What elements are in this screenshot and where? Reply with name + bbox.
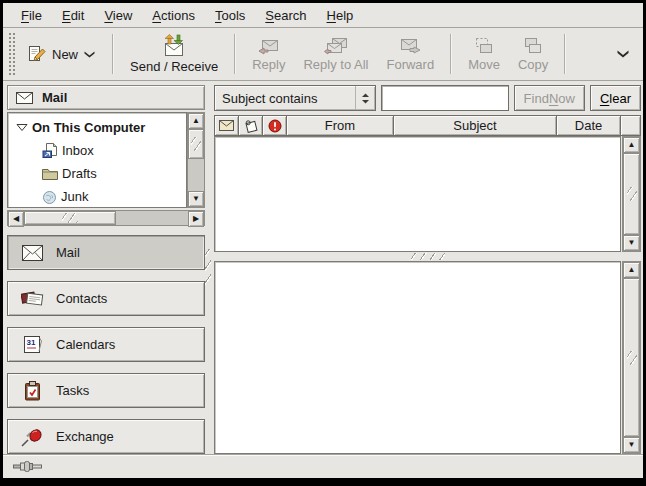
message-list[interactable] bbox=[214, 136, 621, 252]
find-now-button[interactable]: Find Now bbox=[514, 85, 585, 111]
send-receive-button[interactable]: Send / Receive bbox=[121, 30, 227, 78]
scroll-down-arrow-icon[interactable]: ▼ bbox=[623, 437, 640, 453]
statusbar bbox=[3, 454, 643, 478]
evolution-main-window: File Edit View Actions Tools Search Help… bbox=[0, 0, 646, 486]
reply-all-icon bbox=[324, 37, 348, 55]
move-icon bbox=[474, 37, 494, 55]
switcher-calendars-button[interactable]: 31 Calendars bbox=[7, 327, 205, 362]
move-button[interactable]: Move bbox=[459, 30, 509, 78]
toolbar-separator bbox=[234, 34, 236, 74]
search-criteria-dropdown[interactable]: Subject contains bbox=[214, 85, 376, 111]
menu-edit[interactable]: Edit bbox=[52, 5, 94, 26]
mail-view: Subject contains Find Now Clear bbox=[211, 81, 643, 454]
pane-splitter-vertical[interactable] bbox=[205, 81, 211, 454]
reply-button[interactable]: Reply bbox=[243, 30, 294, 78]
importance-icon bbox=[268, 119, 282, 133]
copy-button[interactable]: Copy bbox=[509, 30, 557, 78]
switcher-exchange-button[interactable]: Exchange bbox=[7, 419, 205, 454]
toolbar: New Send / Receive bbox=[3, 28, 643, 81]
folder-tree: On This Computer Inbox bbox=[7, 112, 187, 208]
tasks-icon bbox=[20, 381, 44, 401]
scroll-up-arrow-icon[interactable]: ▲ bbox=[623, 137, 640, 153]
toolbar-overflow-button[interactable] bbox=[609, 46, 637, 62]
splitter-grip[interactable] bbox=[205, 249, 211, 285]
forward-icon bbox=[399, 37, 421, 55]
expander-icon[interactable] bbox=[16, 123, 28, 132]
menu-help[interactable]: Help bbox=[317, 5, 364, 26]
switcher-contacts-button[interactable]: Contacts bbox=[7, 281, 205, 316]
column-from[interactable]: From bbox=[286, 115, 394, 136]
chevron-down-icon bbox=[617, 50, 629, 58]
folder-tree-wrap: On This Computer Inbox bbox=[7, 112, 205, 208]
toolbar-grip[interactable] bbox=[8, 32, 15, 76]
exchange-icon bbox=[20, 427, 44, 447]
splitter-grip[interactable] bbox=[411, 253, 445, 260]
scrollbar-thumb[interactable] bbox=[623, 278, 640, 437]
switcher-mail-button[interactable]: Mail bbox=[7, 235, 205, 270]
column-importance[interactable] bbox=[262, 115, 287, 136]
menu-file[interactable]: File bbox=[11, 5, 52, 26]
scroll-left-arrow-icon[interactable]: ◀ bbox=[8, 211, 24, 227]
menu-search[interactable]: Search bbox=[255, 5, 316, 26]
column-date[interactable]: Date bbox=[556, 115, 621, 136]
tree-row-inbox[interactable]: Inbox bbox=[8, 139, 186, 162]
clear-button[interactable]: Clear bbox=[590, 85, 641, 111]
scroll-up-arrow-icon[interactable]: ▲ bbox=[623, 262, 640, 278]
folder-tree-horizontal-scrollbar[interactable]: ◀ ▶ bbox=[7, 210, 205, 226]
scrollbar-thumb[interactable] bbox=[623, 153, 640, 235]
menu-view[interactable]: View bbox=[94, 5, 142, 26]
flag-icon bbox=[244, 119, 258, 133]
forward-button[interactable]: Forward bbox=[377, 30, 443, 78]
header-corner bbox=[620, 115, 641, 136]
preview-pane-wrap: ▲ ▼ bbox=[214, 261, 641, 454]
svg-text:31: 31 bbox=[26, 338, 35, 347]
scroll-right-arrow-icon[interactable]: ▶ bbox=[188, 211, 204, 227]
column-message-status[interactable] bbox=[214, 115, 239, 136]
new-button[interactable]: New bbox=[18, 30, 105, 78]
message-list-scrollbar[interactable]: ▲ ▼ bbox=[622, 136, 641, 252]
menu-tools[interactable]: Tools bbox=[205, 5, 255, 26]
folder-icon bbox=[42, 167, 58, 180]
folder-pane-header[interactable]: Mail bbox=[7, 85, 205, 110]
reply-to-all-button[interactable]: Reply to All bbox=[294, 30, 377, 78]
scroll-down-arrow-icon[interactable]: ▼ bbox=[623, 235, 640, 251]
inbox-icon bbox=[42, 143, 58, 158]
folder-pane: Mail On This Computer bbox=[3, 81, 205, 454]
toolbar-separator bbox=[112, 34, 114, 74]
junk-icon bbox=[42, 190, 57, 204]
preview-pane-scrollbar[interactable]: ▲ ▼ bbox=[622, 261, 641, 454]
column-flag[interactable] bbox=[238, 115, 263, 136]
preview-pane[interactable] bbox=[214, 261, 621, 454]
scrollbar-thumb[interactable] bbox=[188, 129, 204, 159]
copy-icon bbox=[523, 37, 543, 55]
reply-icon bbox=[258, 37, 280, 55]
mail-header-icon bbox=[16, 92, 33, 104]
calendar-icon: 31 bbox=[20, 335, 44, 354]
message-list-headers: From Subject Date bbox=[214, 115, 641, 136]
toolbar-separator bbox=[564, 34, 566, 74]
tree-row-on-this-computer[interactable]: On This Computer bbox=[8, 116, 186, 139]
toolbar-separator bbox=[450, 34, 452, 74]
folder-tree-vertical-scrollbar[interactable]: ▲ ▼ bbox=[187, 112, 205, 208]
combo-arrows-icon bbox=[355, 86, 375, 110]
pane-splitter-horizontal[interactable] bbox=[214, 252, 641, 261]
send-receive-icon bbox=[161, 34, 187, 57]
tree-row-drafts[interactable]: Drafts bbox=[8, 162, 186, 185]
scroll-up-arrow-icon[interactable]: ▲ bbox=[188, 113, 204, 129]
search-bar: Subject contains Find Now Clear bbox=[214, 84, 641, 112]
mail-icon bbox=[20, 245, 44, 261]
tree-row-junk[interactable]: Junk bbox=[8, 185, 186, 208]
search-input[interactable] bbox=[381, 85, 509, 111]
switcher-tasks-button[interactable]: Tasks bbox=[7, 373, 205, 408]
column-subject[interactable]: Subject bbox=[393, 115, 557, 136]
message-list-wrap: ▲ ▼ bbox=[214, 136, 641, 252]
menubar: File Edit View Actions Tools Search Help bbox=[3, 3, 643, 28]
menu-actions[interactable]: Actions bbox=[142, 5, 205, 26]
scrollbar-thumb[interactable] bbox=[24, 211, 116, 225]
scroll-down-arrow-icon[interactable]: ▼ bbox=[188, 191, 204, 207]
scrollbar-track[interactable] bbox=[116, 211, 188, 225]
new-dropdown-chevron-icon bbox=[84, 51, 95, 58]
online-status-icon[interactable] bbox=[13, 460, 43, 473]
folder-pane-title: Mail bbox=[42, 90, 67, 105]
scrollbar-track[interactable] bbox=[188, 159, 204, 191]
